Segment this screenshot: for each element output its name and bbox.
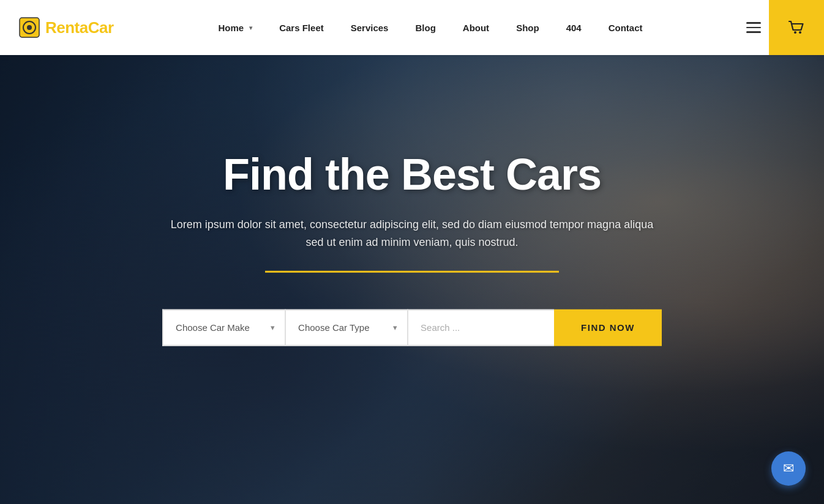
logo-text-accent: Car (88, 18, 114, 37)
car-type-wrapper: Choose Car Type Sedan SUV Convertible Tr… (285, 309, 407, 346)
hero-section: Find the Best Cars Lorem ipsum dolor sit… (0, 0, 824, 504)
search-bar: Choose Car Make Toyota Honda BMW Mercede… (112, 309, 712, 346)
main-nav: Home ▾ Cars Fleet Services Blog About Sh… (122, 0, 738, 55)
cart-button[interactable] (769, 0, 824, 55)
svg-point-4 (799, 31, 801, 34)
hamburger-button[interactable] (738, 0, 769, 55)
header: RentaCar Home ▾ Cars Fleet Services Blog… (0, 0, 824, 55)
logo-text: RentaCar (45, 18, 114, 37)
find-now-button[interactable]: FIND NOW (554, 309, 662, 346)
nav-item-about[interactable]: About (449, 0, 503, 55)
nav-item-services[interactable]: Services (337, 0, 402, 55)
car-make-wrapper: Choose Car Make Toyota Honda BMW Mercede… (162, 309, 285, 346)
header-right (738, 0, 824, 55)
svg-point-2 (27, 25, 32, 30)
nav-item-blog[interactable]: Blog (402, 0, 449, 55)
hero-divider (265, 270, 559, 272)
hero-subtitle: Lorem ipsum dolor sit amet, consectetur … (167, 216, 657, 251)
chat-button[interactable]: ✉ (771, 451, 806, 486)
car-make-select[interactable]: Choose Car Make Toyota Honda BMW Mercede… (162, 309, 285, 346)
hamburger-icon (746, 22, 761, 33)
svg-point-3 (794, 31, 796, 34)
nav-item-shop[interactable]: Shop (503, 0, 553, 55)
nav-item-home[interactable]: Home ▾ (205, 0, 266, 55)
car-type-select[interactable]: Choose Car Type Sedan SUV Convertible Tr… (285, 309, 407, 346)
nav-item-cars-fleet[interactable]: Cars Fleet (266, 0, 337, 55)
logo-text-plain: Renta (45, 18, 88, 37)
cart-icon (787, 18, 806, 37)
search-input-wrapper (407, 309, 554, 346)
home-dropdown-arrow-icon: ▾ (249, 24, 252, 31)
logo-area: RentaCar (0, 17, 122, 39)
nav-item-404[interactable]: 404 (553, 0, 595, 55)
hero-title: Find the Best Cars (112, 150, 712, 199)
search-input[interactable] (407, 309, 554, 346)
chat-icon: ✉ (783, 461, 794, 476)
rentacar-logo-icon (18, 17, 40, 39)
hero-content: Find the Best Cars Lorem ipsum dolor sit… (112, 150, 712, 346)
nav-item-contact[interactable]: Contact (595, 0, 656, 55)
